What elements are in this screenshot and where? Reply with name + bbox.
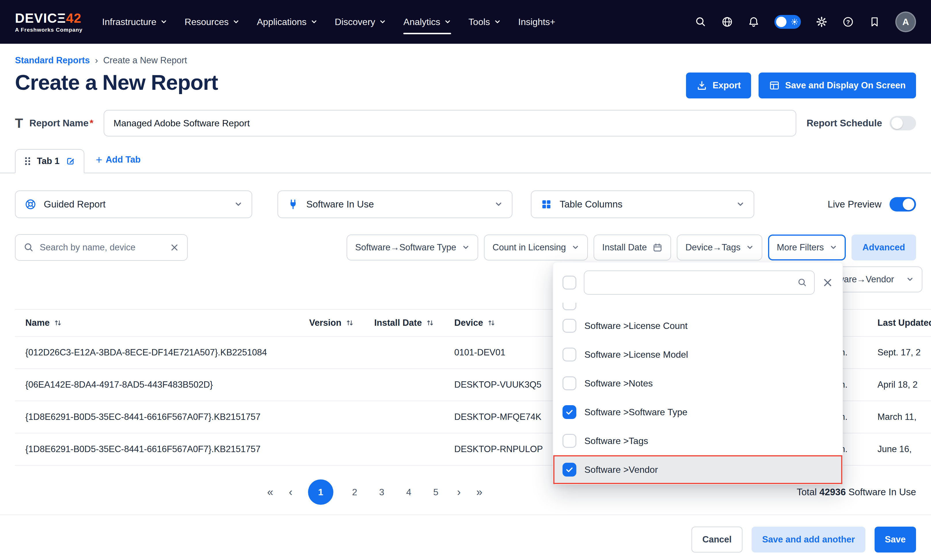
nav-item-analytics[interactable]: Analytics [403,12,451,32]
nav-item-applications[interactable]: Applications [257,12,317,32]
select-all-checkbox[interactable] [563,276,576,289]
report-name-input[interactable] [104,110,796,136]
user-avatar[interactable]: A [895,12,916,32]
report-schedule-toggle[interactable] [889,116,916,130]
breadcrumb-standard-reports[interactable]: Standard Reports [15,55,90,66]
data-source-select[interactable]: Software In Use [277,191,512,218]
advanced-button[interactable]: Advanced [851,235,916,260]
checkbox-unchecked[interactable] [563,348,576,362]
filter-chip-install-date[interactable]: Install Date [594,235,671,260]
globe-icon[interactable] [722,16,733,28]
plus-icon: + [96,154,102,165]
column-header-name[interactable]: Name [15,318,299,328]
more-filters-button[interactable]: More Filters [768,235,846,260]
clear-search-icon[interactable] [170,243,179,252]
pagination-next[interactable]: › [457,487,461,498]
sort-icon[interactable] [488,319,495,326]
checkbox-unchecked[interactable] [563,434,576,448]
report-type-select[interactable]: Guided Report [15,191,252,218]
pagination-last[interactable]: » [476,487,482,498]
panel-option-tags[interactable]: Software >Tags [553,426,842,455]
breadcrumb: Standard Reports › Create a New Report [0,44,931,66]
total-count-value: 42936 [819,487,846,497]
panel-search [584,271,815,295]
pagination-prev[interactable]: ‹ [289,487,292,498]
export-label: Export [712,80,741,91]
pagination-page-3[interactable]: 3 [376,487,388,498]
checkbox-checked[interactable] [563,405,576,419]
nav-item-label: Applications [257,17,306,27]
panel-option-software-type[interactable]: Software >Software Type [553,398,842,426]
table-columns-value: Table Columns [560,199,622,210]
panel-option-clipped[interactable] [553,303,842,311]
nav-item-resources[interactable]: Resources [185,12,240,32]
bookmark-icon[interactable] [869,16,880,28]
main-nav: Infrastructure Resources Applications Di… [102,12,556,32]
checkbox-unchecked[interactable] [563,376,576,390]
cell-device: 0101-DEV01 [444,347,548,358]
filter-chip-count-in-licensing[interactable]: Count in Licensing [484,235,588,260]
cell-name: {06EA142E-8DA4-4917-8AD5-443F483B502D} [15,380,299,390]
cell-name: {1D8E6291-B0D5-35EC-8441-6616F567A0F7}.K… [15,444,299,454]
sort-icon[interactable] [426,319,434,326]
checkbox-checked[interactable] [563,463,576,477]
save-button[interactable]: Save [874,527,916,552]
pagination-page-5[interactable]: 5 [430,487,442,498]
pagination-first[interactable]: « [267,487,273,498]
sort-icon[interactable] [54,319,62,326]
chevron-down-icon [234,200,242,208]
close-panel-icon[interactable] [822,277,833,288]
add-tab-button[interactable]: + Add Tab [96,154,141,173]
cell-device: DESKTOP-MFQE74K [444,412,548,422]
save-and-display-button[interactable]: Save and Display On Screen [759,72,916,98]
check-icon [565,408,574,416]
cell-name: {1D8E6291-B0D5-35EC-8441-6616F567A0F7}.K… [15,412,299,422]
notifications-bell-icon[interactable] [748,16,759,28]
table-columns-select[interactable]: Table Columns [531,191,754,218]
pagination-page-1[interactable]: 1 [308,479,333,505]
guided-report-icon [25,198,36,210]
nav-item-tools[interactable]: Tools [468,12,501,32]
help-icon[interactable] [842,16,854,28]
nav-utilities: A [695,12,916,32]
chevron-down-icon [379,18,386,25]
checkbox-unchecked[interactable] [563,319,576,333]
chevron-down-icon [736,200,745,208]
panel-search-input[interactable] [591,278,793,288]
top-nav: DEVICΞ42 A Freshworks Company Infrastruc… [0,0,931,44]
nav-item-insights[interactable]: Insights+ [518,12,556,32]
search-icon[interactable] [695,16,706,28]
column-header-install-date[interactable]: Install Date [364,318,444,328]
pagination-page-2[interactable]: 2 [349,487,360,498]
column-header-last-updated[interactable]: Last Updated [867,318,931,328]
panel-option-license-model[interactable]: Software >License Model [553,340,842,369]
column-header-version[interactable]: Version [299,318,364,328]
panel-option-vendor-highlighted[interactable]: Software >Vendor [553,455,842,484]
cancel-button[interactable]: Cancel [691,527,743,552]
sort-icon[interactable] [346,319,354,326]
cell-device: DESKTOP-RNPULOP [444,444,548,454]
panel-option-license-count[interactable]: Software >License Count [553,311,842,340]
tab-1-label: Tab 1 [37,156,60,166]
nav-item-infrastructure[interactable]: Infrastructure [102,12,168,32]
checkbox[interactable] [563,303,576,310]
option-label: Software >Notes [585,378,652,389]
nav-item-discovery[interactable]: Discovery [335,12,386,32]
live-preview-toggle[interactable] [889,197,916,212]
device42-logo[interactable]: DEVICΞ42 A Freshworks Company [15,12,83,32]
save-and-add-another-button[interactable]: Save and add another [752,527,865,552]
option-label: Software >License Model [585,349,688,360]
settings-gear-icon[interactable] [816,16,827,28]
panel-option-notes[interactable]: Software >Notes [553,369,842,398]
column-header-device[interactable]: Device [444,318,548,328]
export-button[interactable]: Export [686,72,751,98]
pagination-page-4[interactable]: 4 [403,487,414,498]
search-input[interactable] [40,242,164,253]
edit-tab-icon[interactable] [65,156,76,166]
tab-1[interactable]: Tab 1 [15,149,85,173]
filter-chip-software-type[interactable]: Software→Software Type [346,235,478,260]
nav-item-label: Analytics [403,17,440,27]
filter-chip-device-tags[interactable]: Device→Tags [677,235,762,260]
theme-toggle[interactable] [774,15,801,29]
download-icon [696,80,707,91]
